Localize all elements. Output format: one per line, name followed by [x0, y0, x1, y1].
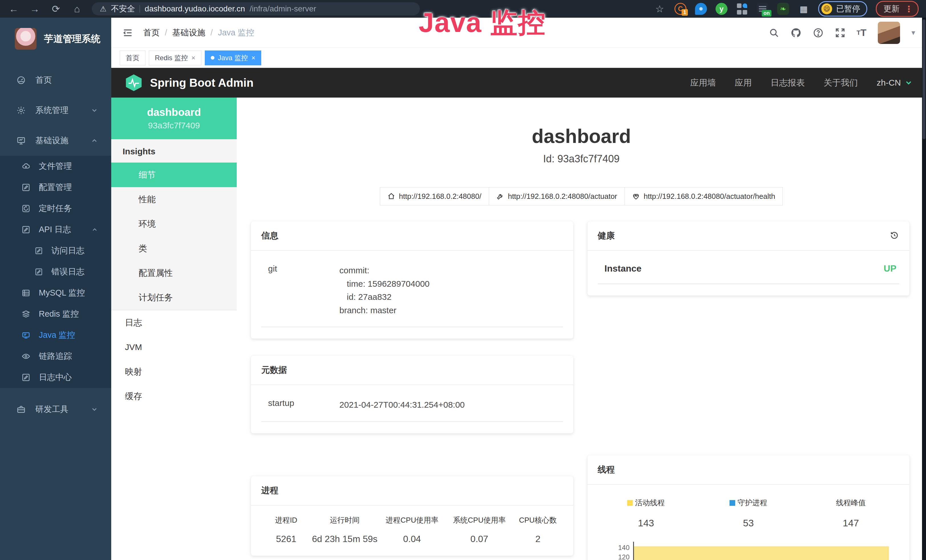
breadcrumb-separator: / [165, 28, 167, 37]
sidebar-item-trace[interactable]: 链路追踪 [0, 346, 111, 367]
sba-item-mappings[interactable]: 映射 [111, 359, 237, 384]
fullscreen-icon[interactable] [835, 28, 845, 38]
browser-menu-kebab-icon[interactable]: ⋮ [905, 4, 913, 14]
sba-item-classes[interactable]: 类 [111, 236, 237, 261]
sba-logo-icon [124, 73, 143, 92]
header-search-icon[interactable] [769, 28, 779, 38]
health-status-badge: UP [884, 263, 896, 274]
sba-locale-select[interactable]: zh-CN [877, 78, 913, 88]
sidebar-item-infra[interactable]: 基础设施 [0, 126, 111, 156]
extension-c-icon[interactable]: C1 [675, 3, 687, 15]
sba-item-configprops[interactable]: 配置属性 [111, 261, 237, 285]
extension-pin-icon[interactable] [695, 3, 707, 15]
sidebar-item-log-center[interactable]: 日志中心 [0, 367, 111, 388]
extensions-puzzle-icon[interactable]: ▦ [798, 3, 809, 15]
security-label[interactable]: 不安全 [111, 3, 135, 14]
app-logo-row[interactable]: 芋道管理系统 [0, 18, 111, 58]
sba-item-logs[interactable]: 日志 [111, 310, 237, 335]
sba-item-details[interactable]: 细节 [111, 163, 237, 187]
sidebar-item-home[interactable]: 首页 [0, 65, 111, 95]
url-path: /infra/admin-server [250, 4, 316, 14]
sidebar-item-java-monitor[interactable]: Java 监控 [0, 325, 111, 346]
page-scrollbar[interactable] [922, 18, 926, 560]
tab-close-icon[interactable]: × [251, 54, 255, 62]
sidebar-item-file-manage[interactable]: 文件管理 [0, 156, 111, 177]
sidebar-item-config-manage[interactable]: 配置管理 [0, 177, 111, 198]
bookmark-star-icon[interactable]: ☆ [654, 3, 666, 15]
extension-y-icon[interactable]: y [716, 3, 728, 15]
process-col-header: 进程ID [261, 515, 311, 525]
tab-close-icon[interactable]: × [191, 54, 195, 62]
sba-instance-sidebar: dashboard 93a3fc7f7409 Insights 细节 性能 环境… [111, 98, 237, 560]
sidebar-fold-icon[interactable] [122, 27, 133, 38]
browser-reload-button[interactable]: ⟳ [50, 3, 62, 15]
sidebar-item-scheduled-jobs[interactable]: 定时任务 [0, 198, 111, 219]
health-url-button[interactable]: http://192.168.0.2:48080/actuator/health [625, 187, 783, 206]
sidebar-item-mysql-monitor[interactable]: MySQL 监控 [0, 282, 111, 304]
tab-java-monitor[interactable]: Java 监控 × [205, 50, 261, 65]
sidebar-item-api-log[interactable]: API 日志 [0, 219, 111, 240]
process-col-value: 0.04 [378, 534, 446, 544]
browser-home-button[interactable]: ⌂ [71, 3, 83, 15]
address-bar[interactable]: ⚠ 不安全 dashboard.yudao.iocoder.cn/infra/a… [92, 2, 420, 15]
breadcrumb-separator: / [210, 28, 213, 37]
sba-item-scheduled-tasks[interactable]: 计划任务 [111, 285, 237, 310]
user-avatar[interactable] [878, 22, 900, 44]
url-host: dashboard.yudao.iocoder.cn [145, 4, 245, 14]
profile-paused-badge[interactable]: 😄 已暂停 [818, 1, 867, 17]
sba-item-caches[interactable]: 缓存 [111, 384, 237, 409]
github-icon[interactable] [791, 27, 801, 38]
sba-brand-title: Spring Boot Admin [150, 76, 254, 89]
sba-item-jvm[interactable]: JVM [111, 335, 237, 359]
sba-item-environment[interactable]: 环境 [111, 212, 237, 236]
sba-item-label: 类 [139, 243, 147, 254]
sidebar-item-label: Java 监控 [39, 330, 75, 341]
top-navbar: 首页 / 基础设施 / Java 监控 [111, 18, 926, 48]
active-tab-dot [211, 56, 215, 60]
sidebar-item-access-log[interactable]: 访问日志 [0, 240, 111, 261]
avatar-caret-icon[interactable]: ▾ [911, 28, 915, 37]
font-size-icon[interactable]: TT [857, 27, 866, 38]
browser-forward-button[interactable]: → [29, 3, 41, 15]
help-icon[interactable] [813, 27, 824, 38]
sidebar-item-label: 基础设施 [35, 135, 68, 146]
breadcrumb-home[interactable]: 首页 [143, 27, 160, 38]
sidebar-item-label: 访问日志 [51, 245, 85, 256]
sba-nav-about[interactable]: 关于我们 [824, 77, 858, 89]
service-url-button[interactable]: http://192.168.0.2:48080/ [380, 187, 489, 206]
sba-item-label: 日志 [125, 317, 142, 328]
sidebar-item-error-log[interactable]: 错误日志 [0, 261, 111, 282]
chevron-down-icon [904, 79, 913, 87]
log-edit-icon [35, 268, 43, 276]
sba-nav-wallboard[interactable]: 应用墙 [690, 77, 716, 89]
sidebar-item-dev-tools[interactable]: 研发工具 [0, 394, 111, 424]
tab-redis-monitor[interactable]: Redis 监控 × [149, 50, 201, 65]
threads-chart-y-axis: 140 120 100 [609, 542, 633, 560]
scrollbar-thumb[interactable] [923, 20, 925, 139]
tab-home[interactable]: 首页 [120, 50, 145, 65]
chevron-down-icon [91, 406, 98, 413]
sidebar-item-system[interactable]: 系统管理 [0, 95, 111, 126]
browser-update-button[interactable]: 更新 ⋮ [876, 1, 918, 17]
health-url-label: http://192.168.0.2:48080/actuator/health [644, 192, 775, 201]
sidebar-item-label: 定时任务 [39, 203, 72, 214]
profile-emoji-avatar: 😄 [822, 3, 832, 14]
extension-onoff-icon[interactable]: on [757, 3, 769, 15]
font-size-large-t: T [860, 27, 866, 38]
breadcrumb-infra[interactable]: 基础设施 [172, 27, 205, 38]
browser-chrome: ← → ⟳ ⌂ ⚠ 不安全 dashboard.yudao.iocoder.cn… [0, 0, 926, 18]
actuator-url-button[interactable]: http://192.168.0.2:48080/actuator [489, 187, 625, 206]
chevron-down-icon [91, 107, 98, 114]
sidebar-item-redis-monitor[interactable]: Redis 监控 [0, 304, 111, 325]
extension-leaf-icon[interactable]: ❧ [777, 3, 789, 15]
extension-c-badge: 1 [682, 9, 688, 16]
tab-label: 首页 [126, 53, 139, 62]
health-history-icon[interactable] [890, 230, 899, 241]
sba-item-metrics[interactable]: 性能 [111, 187, 237, 212]
sba-nav-applications[interactable]: 应用 [735, 77, 752, 89]
sba-brand[interactable]: Spring Boot Admin [124, 73, 254, 92]
sba-instance-header[interactable]: dashboard 93a3fc7f7409 [111, 98, 237, 139]
sba-nav-journal[interactable]: 日志报表 [770, 77, 805, 89]
extension-grid-icon[interactable] [736, 3, 748, 15]
browser-back-button[interactable]: ← [8, 3, 20, 15]
